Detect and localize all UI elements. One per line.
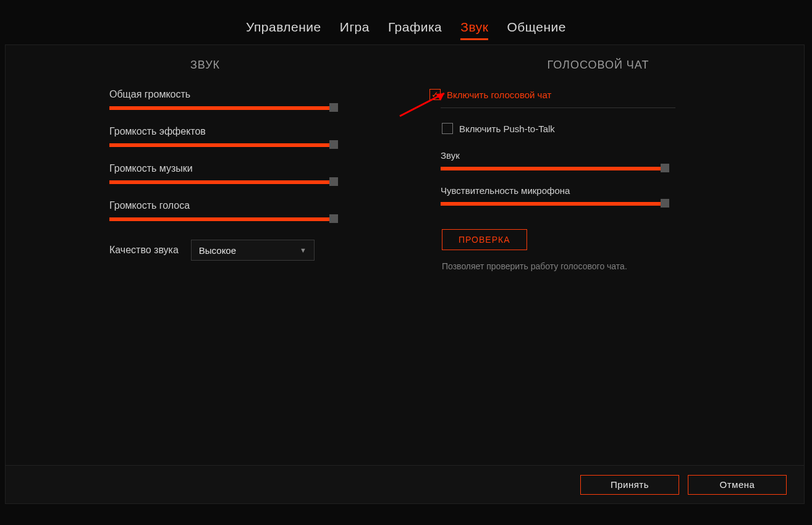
slider-fill bbox=[441, 167, 665, 170]
tab-sound[interactable]: Звук bbox=[460, 20, 488, 40]
test-voice-chat-button[interactable]: ПРОВЕРКА bbox=[442, 229, 527, 250]
voice-chat-column: ГОЛОСОВОЙ ЧАТ ✓ Включить голосовой чат В… bbox=[405, 59, 804, 271]
tab-graphics[interactable]: Графика bbox=[388, 20, 442, 40]
slider-thumb[interactable] bbox=[329, 140, 338, 149]
voice-volume-label: Громкость голоса bbox=[109, 200, 375, 211]
slider-thumb[interactable] bbox=[329, 103, 338, 112]
music-volume-slider[interactable] bbox=[109, 180, 338, 184]
voice-chat-title: ГОЛОСОВОЙ ЧАТ bbox=[442, 59, 755, 72]
test-hint: Позволяет проверить работу голосового ча… bbox=[442, 261, 755, 271]
mic-sensitivity-label: Чувствительность микрофона bbox=[441, 185, 755, 196]
tab-control[interactable]: Управление bbox=[246, 20, 321, 40]
footer: Принять Отмена bbox=[6, 465, 804, 503]
enable-voice-chat-checkbox[interactable]: ✓ bbox=[429, 89, 441, 100]
master-volume-slider[interactable] bbox=[109, 106, 338, 110]
sound-quality-dropdown[interactable]: Высокое ▼ bbox=[191, 240, 315, 261]
divider bbox=[441, 107, 675, 108]
accept-button[interactable]: Принять bbox=[580, 475, 679, 495]
slider-fill bbox=[441, 202, 665, 206]
cancel-button[interactable]: Отмена bbox=[688, 475, 787, 495]
slider-fill bbox=[109, 217, 334, 221]
sound-column: ЗВУК Общая громкость Громкость эффектов … bbox=[6, 59, 405, 271]
sound-title: ЗВУК bbox=[35, 59, 375, 72]
slider-thumb[interactable] bbox=[329, 214, 338, 223]
enable-voice-chat-label: Включить голосовой чат bbox=[447, 90, 551, 100]
slider-thumb[interactable] bbox=[661, 164, 669, 172]
sound-quality-label: Качество звука bbox=[109, 245, 179, 256]
mic-sensitivity-slider[interactable] bbox=[441, 202, 669, 206]
sound-quality-value: Высокое bbox=[199, 245, 236, 256]
slider-thumb[interactable] bbox=[329, 177, 338, 186]
effects-volume-slider[interactable] bbox=[109, 143, 338, 147]
master-volume-label: Общая громкость bbox=[109, 89, 375, 100]
tab-communication[interactable]: Общение bbox=[507, 20, 566, 40]
voice-chat-sound-slider[interactable] bbox=[441, 167, 669, 170]
push-to-talk-label: Включить Push-tо-Talk bbox=[459, 124, 555, 134]
chevron-down-icon: ▼ bbox=[300, 246, 307, 254]
settings-tabs: Управление Игра Графика Звук Общение bbox=[0, 0, 812, 49]
slider-fill bbox=[109, 180, 334, 184]
voice-volume-slider[interactable] bbox=[109, 217, 338, 221]
slider-thumb[interactable] bbox=[661, 199, 669, 208]
tab-game[interactable]: Игра bbox=[340, 20, 370, 40]
slider-fill bbox=[109, 106, 334, 110]
settings-panel: ЗВУК Общая громкость Громкость эффектов … bbox=[5, 44, 805, 504]
voice-chat-sound-label: Звук bbox=[441, 150, 755, 161]
checkmark-icon: ✓ bbox=[431, 90, 439, 99]
music-volume-label: Громкость музыки bbox=[109, 163, 375, 174]
effects-volume-label: Громкость эффектов bbox=[109, 126, 375, 137]
slider-fill bbox=[109, 143, 334, 147]
push-to-talk-checkbox[interactable] bbox=[442, 123, 453, 134]
